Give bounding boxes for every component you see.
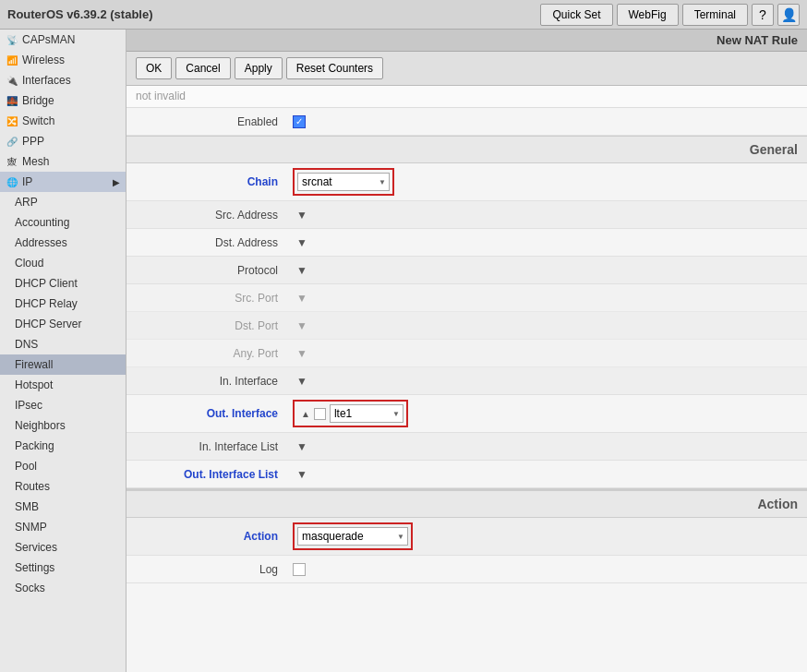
log-control — [293, 563, 306, 576]
in-interface-control: ▼ — [293, 375, 307, 388]
sidebar-item-pool[interactable]: Pool — [0, 456, 126, 476]
sidebar-item-ip[interactable]: 🌐 IP ▶ — [0, 172, 126, 192]
validation-message: not invalid — [126, 86, 807, 108]
sidebar-item-dns[interactable]: DNS — [0, 334, 126, 354]
action-select-wrapper: masquerade src-nat dst-nat netmap redire… — [297, 527, 408, 546]
src-address-label: Src. Address — [145, 209, 293, 222]
ok-button[interactable]: OK — [136, 57, 172, 79]
top-bar-buttons: Quick Set WebFig Terminal ? 👤 — [540, 4, 800, 26]
src-address-row: Src. Address ▼ — [126, 201, 807, 229]
log-checkbox[interactable] — [293, 563, 306, 576]
chain-field-highlight: srcnat dstnat — [293, 168, 394, 196]
sidebar-item-label: DHCP Client — [15, 277, 78, 290]
src-port-control: ▼ — [293, 292, 307, 305]
out-interface-checkbox[interactable] — [314, 408, 326, 420]
in-interface-label: In. Interface — [145, 375, 293, 388]
sidebar-item-neighbors[interactable]: Neighbors — [0, 415, 126, 436]
sidebar-item-hotspot[interactable]: Hotspot — [0, 375, 126, 395]
sidebar-item-smb[interactable]: SMB — [0, 497, 126, 517]
src-port-label: Src. Port — [145, 292, 293, 305]
dst-address-arrow-icon[interactable]: ▼ — [296, 236, 307, 249]
sidebar-item-firewall[interactable]: Firewall — [0, 354, 126, 375]
sidebar-item-addresses[interactable]: Addresses — [0, 233, 126, 253]
chain-select[interactable]: srcnat dstnat — [297, 173, 390, 191]
out-interface-row: Out. Interface ▲ lte1 ether1 — [126, 395, 807, 433]
action-section-label: Action — [126, 490, 807, 518]
src-address-arrow-icon[interactable]: ▼ — [296, 209, 307, 222]
enabled-control — [293, 115, 306, 128]
action-select[interactable]: masquerade src-nat dst-nat netmap redire… — [297, 527, 408, 546]
action-section: Action Action masquerade src-nat dst-nat… — [126, 488, 807, 583]
sidebar-item-label: DHCP Relay — [15, 297, 78, 310]
cancel-button[interactable]: Cancel — [175, 57, 230, 79]
out-interface-list-arrow-icon[interactable]: ▼ — [296, 468, 307, 481]
out-interface-list-row: Out. Interface List ▼ — [126, 461, 807, 488]
sidebar-item-mesh[interactable]: 🕸 Mesh — [0, 151, 126, 172]
sidebar-item-switch[interactable]: 🔀 Switch — [0, 111, 126, 131]
out-interface-select[interactable]: lte1 ether1 — [330, 404, 404, 423]
sidebar-item-label: IP — [22, 175, 32, 188]
user-icon[interactable]: 👤 — [777, 4, 800, 26]
any-port-arrow-icon[interactable]: ▼ — [296, 347, 307, 360]
sidebar-item-bridge[interactable]: 🌉 Bridge — [0, 90, 126, 111]
in-interface-arrow-icon[interactable]: ▼ — [296, 375, 307, 388]
content-header: New NAT Rule — [126, 30, 807, 52]
sidebar-item-snmp[interactable]: SNMP — [0, 517, 126, 537]
webfig-button[interactable]: WebFig — [617, 4, 679, 26]
top-bar: RouterOS v6.39.2 (stable) Quick Set WebF… — [0, 0, 807, 30]
sidebar-item-cloud[interactable]: Cloud — [0, 253, 126, 273]
action-control: masquerade src-nat dst-nat netmap redire… — [293, 522, 413, 550]
sidebar-item-socks[interactable]: Socks — [0, 578, 126, 598]
sidebar-item-capsman[interactable]: 📡 CAPsMAN — [0, 30, 126, 50]
dst-port-label: Dst. Port — [145, 319, 293, 332]
page-title: New NAT Rule — [717, 33, 798, 47]
in-interface-list-arrow-icon[interactable]: ▼ — [296, 440, 307, 453]
sidebar-item-label: PPP — [22, 135, 44, 148]
sidebar-item-services[interactable]: Services — [0, 537, 126, 558]
validation-text: not invalid — [136, 90, 186, 102]
quick-set-button[interactable]: Quick Set — [540, 4, 612, 26]
in-interface-list-control: ▼ — [293, 440, 307, 453]
help-icon[interactable]: ? — [752, 4, 774, 26]
sidebar-item-label: DNS — [15, 338, 38, 351]
out-interface-control: ▲ lte1 ether1 — [293, 400, 408, 427]
in-interface-row: In. Interface ▼ — [126, 367, 807, 395]
src-port-arrow-icon[interactable]: ▼ — [296, 292, 307, 305]
chain-row: Chain srcnat dstnat — [126, 163, 807, 201]
sidebar-item-dhcp-server[interactable]: DHCP Server — [0, 314, 126, 334]
sidebar-item-arp[interactable]: ARP — [0, 192, 126, 212]
dst-address-label: Dst. Address — [145, 236, 293, 249]
enabled-checkbox[interactable] — [293, 115, 306, 128]
reset-counters-button[interactable]: Reset Counters — [286, 57, 383, 79]
sidebar-item-label: Neighbors — [15, 419, 66, 432]
sidebar-item-dhcp-relay[interactable]: DHCP Relay — [0, 294, 126, 314]
sidebar-item-settings[interactable]: Settings — [0, 558, 126, 578]
sidebar-item-ppp[interactable]: 🔗 PPP — [0, 131, 126, 151]
dst-port-arrow-icon[interactable]: ▼ — [296, 319, 307, 332]
sidebar-item-label: Hotspot — [15, 378, 53, 391]
sidebar-item-label: Accounting — [15, 216, 69, 229]
sidebar-item-interfaces[interactable]: 🔌 Interfaces — [0, 70, 126, 90]
out-interface-collapse-icon[interactable]: ▲ — [301, 409, 310, 419]
general-section: Enabled General Chain srcnat — [126, 108, 807, 488]
wireless-icon: 📶 — [6, 54, 18, 66]
sidebar-item-ipsec[interactable]: IPsec — [0, 395, 126, 415]
sidebar: 📡 CAPsMAN 📶 Wireless 🔌 Interfaces 🌉 Brid… — [0, 30, 126, 672]
sidebar-item-label: CAPsMAN — [22, 33, 75, 46]
sidebar-item-routes[interactable]: Routes — [0, 476, 126, 497]
terminal-button[interactable]: Terminal — [682, 4, 748, 26]
sidebar-item-dhcp-client[interactable]: DHCP Client — [0, 273, 126, 294]
sidebar-item-packing[interactable]: Packing — [0, 436, 126, 456]
apply-button[interactable]: Apply — [235, 57, 283, 79]
protocol-arrow-icon[interactable]: ▼ — [296, 264, 307, 277]
any-port-label: Any. Port — [145, 347, 293, 360]
chain-label: Chain — [145, 175, 293, 188]
sidebar-item-label: SNMP — [15, 521, 47, 534]
general-section-label: General — [126, 136, 807, 163]
sidebar-item-accounting[interactable]: Accounting — [0, 212, 126, 233]
sidebar-item-label: Interfaces — [22, 74, 71, 87]
dst-address-control: ▼ — [293, 236, 307, 249]
out-interface-field-highlight: ▲ lte1 ether1 — [293, 400, 408, 427]
sidebar-item-label: IPsec — [15, 399, 42, 412]
sidebar-item-wireless[interactable]: 📶 Wireless — [0, 50, 126, 70]
